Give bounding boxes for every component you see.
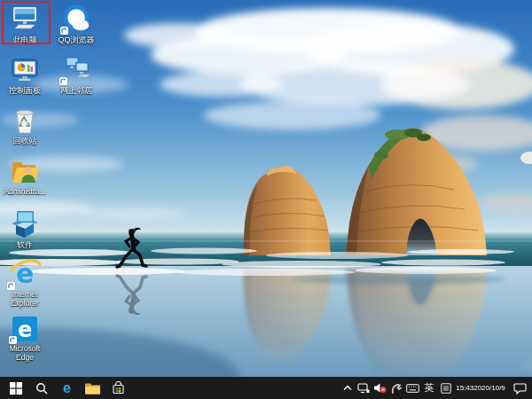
icon-label: QQ浏览器 [58,35,94,44]
desktop-icon-control-panel[interactable]: 控制面板 [2,53,48,95]
wrench-tool-icon [391,382,402,394]
folder-icon [85,382,100,395]
ethernet-network-icon [357,383,370,394]
this-pc-icon [10,3,40,35]
recycle-bin-icon [11,104,39,136]
desktop-icon-administrator-folder[interactable]: Administra... [2,155,48,197]
icon-label: 控制面板 [9,86,41,95]
taskbar-edge-button[interactable]: e [54,377,80,399]
chevron-up-icon [343,385,352,391]
desktop-icon-network-places[interactable]: 网上邻居 [51,53,101,95]
touch-keyboard-button[interactable] [403,377,421,399]
icon-label: 网上邻居 [60,86,92,95]
ime-grid-icon [441,383,451,394]
action-center-button[interactable] [507,377,532,399]
network-tray-button[interactable] [355,377,372,399]
edge-tile-letter: e [18,317,32,342]
volume-muted-icon [373,382,387,394]
volume-tray-button[interactable] [372,377,388,399]
desktop-icon-internet-explorer[interactable]: e Internet Explorer [2,258,48,309]
utility-tray-button[interactable] [388,377,403,399]
keyboard-icon [406,384,419,393]
search-button[interactable] [28,377,54,399]
software-folder-icon [9,207,41,239]
shortcut-arrow-icon [60,27,68,35]
control-panel-icon [10,53,40,85]
network-places-icon [60,53,92,85]
qq-browser-icon [61,3,91,35]
show-hidden-icons-button[interactable] [340,377,355,399]
icon-label: Microsoft Edge [10,345,40,363]
icon-label: Administra... [4,188,45,197]
shortcut-arrow-icon [7,282,15,290]
store-bag-icon [112,381,125,395]
shortcut-arrow-icon [9,336,17,344]
icon-label: 软件 [17,240,33,249]
windows-logo-icon [10,382,22,395]
desktop-icon-qq-browser[interactable]: QQ浏览器 [51,3,101,44]
taskbar: e [0,377,532,399]
internet-explorer-icon: e [8,258,42,290]
edge-icon: e [63,381,71,395]
icon-label: 此电脑 [13,35,37,44]
ime-toolbar-button[interactable] [437,377,454,399]
icon-label: Internet Explorer [11,291,39,309]
microsoft-store-button[interactable] [106,377,131,399]
clock[interactable]: 15:43 2020/10/9 [454,377,507,399]
administrator-folder-icon [9,155,41,187]
windows-desktop: 此电脑 QQ浏览器 [0,0,532,399]
desktop-icon-microsoft-edge[interactable]: e Microsoft Edge [2,312,48,363]
microsoft-edge-icon: e [10,312,40,344]
desktop-icon-software[interactable]: 软件 [2,207,48,249]
notification-bubble-icon [513,382,527,395]
icon-label: 回收站 [13,137,37,145]
clock-time: 15:43 [456,384,473,393]
clock-date: 2020/10/9 [473,384,505,393]
search-icon [35,382,48,395]
shortcut-arrow-icon [59,77,67,85]
file-explorer-button[interactable] [80,377,106,399]
ime-language-indicator[interactable]: 英 [421,377,437,399]
desktop-icon-recycle-bin[interactable]: 回收站 [2,104,48,145]
system-tray: 英 15:43 2020/10/9 [340,377,532,399]
desktop-icon-this-pc[interactable]: 此电脑 [2,3,48,44]
start-button[interactable] [3,377,28,399]
